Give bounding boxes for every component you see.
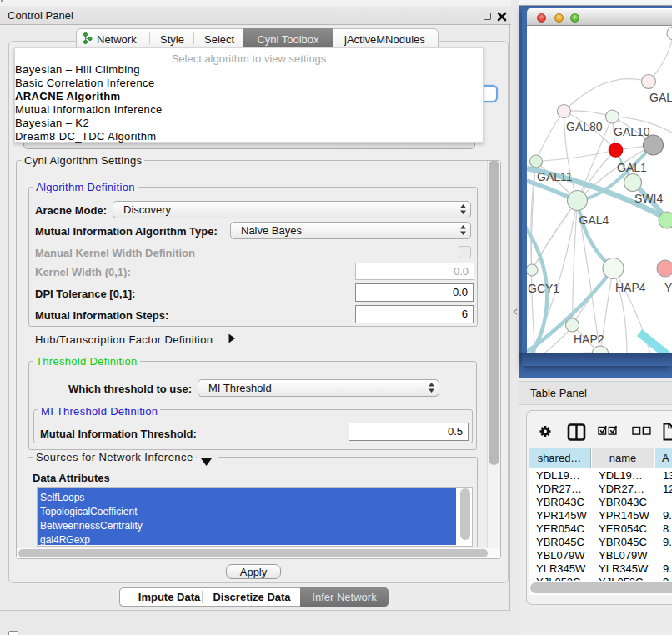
svg-text:GAL10: GAL10 bbox=[614, 125, 650, 138]
svg-text:GAL80: GAL80 bbox=[566, 120, 603, 133]
svg-text:Y: Y bbox=[664, 281, 672, 294]
svg-text:HAP4: HAP4 bbox=[615, 281, 646, 294]
svg-text:GAL2: GAL2 bbox=[649, 91, 672, 104]
svg-text:GAL1: GAL1 bbox=[617, 161, 647, 174]
svg-text:HAP2: HAP2 bbox=[574, 332, 604, 346]
svg-text:GAL11: GAL11 bbox=[537, 170, 573, 183]
svg-text:SWI4: SWI4 bbox=[634, 192, 663, 205]
svg-text:GCY1: GCY1 bbox=[528, 282, 559, 295]
svg-text:GAL4: GAL4 bbox=[579, 213, 609, 227]
